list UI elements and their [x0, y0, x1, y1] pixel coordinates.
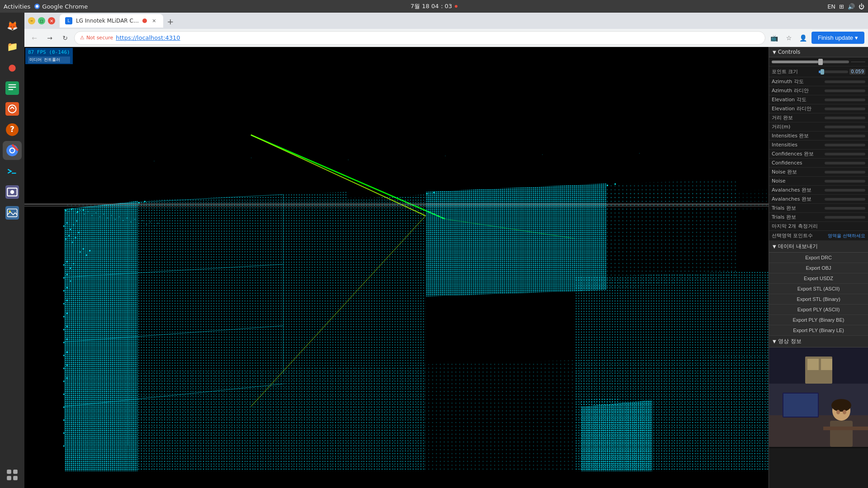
control-row-top-slider [769, 57, 868, 66]
svg-rect-130 [807, 359, 819, 370]
point-size-slider[interactable] [819, 70, 848, 73]
noise-slider[interactable] [825, 180, 865, 183]
url-text[interactable]: https://localhost:4310 [116, 34, 180, 41]
profile-button[interactable]: 👤 [797, 32, 810, 44]
url-bar[interactable]: ⚠ Not secure https://localhost:4310 [74, 31, 765, 45]
sidebar-icon-help[interactable]: ? [3, 120, 22, 139]
bookmark-button[interactable]: ☆ [783, 32, 795, 44]
export-ply-binary-le-button[interactable]: Export PLY (Binary LE) [769, 325, 868, 336]
svg-rect-119 [154, 161, 154, 161]
export-stl-ascii-button[interactable]: Export STL (ASCII) [769, 284, 868, 294]
browser-title-bar: － □ ✕ L LG Innotek MLiDAR C… ✕ + [24, 13, 868, 29]
export-drc-button[interactable]: Export DRC [769, 253, 868, 263]
address-bar: ← → ↻ ⚠ Not secure https://localhost:431… [24, 29, 868, 47]
svg-point-12 [10, 149, 14, 153]
elevation-radian-slider[interactable] [825, 108, 865, 110]
export-header[interactable]: ▼ 데이터 내보내기 [769, 241, 868, 253]
azimuth-radian-slider[interactable] [825, 89, 865, 92]
sidebar-icon-chrome[interactable] [3, 141, 22, 160]
activities-button[interactable]: Activities [4, 3, 30, 10]
svg-rect-122 [445, 155, 445, 156]
lidar-view[interactable]: 87 FPS (0-146) 미디어 컨트롤러 [24, 47, 769, 488]
cast-button[interactable]: 📺 [768, 32, 781, 44]
control-row-noise-range: Noise 완보 [769, 168, 868, 177]
azimuth-radian-label: Azimuth 라디안 [772, 87, 825, 94]
export-ply-binary-be-button[interactable]: Export PLY (Binary BE) [769, 315, 868, 325]
azimuth-angle-slider[interactable] [825, 80, 865, 83]
svg-rect-123 [542, 155, 542, 155]
sidebar-icon-grid[interactable] [3, 465, 22, 484]
video-section [769, 347, 868, 448]
close-button[interactable]: ✕ [48, 17, 55, 24]
export-usdz-button[interactable]: Export USDZ [769, 273, 868, 284]
forward-button[interactable]: → [43, 32, 56, 44]
video-header[interactable]: ▼ 영상 정보 [769, 336, 868, 347]
control-row-distance-m: 거리(m) [769, 122, 868, 131]
finish-update-button[interactable]: Finish update ▾ [811, 32, 864, 44]
export-chevron: ▼ [773, 244, 776, 249]
sidebar-icon-image[interactable] [3, 203, 22, 222]
export-section: Export DRC Export OBJ Export USDZ Export… [769, 253, 868, 336]
avalanches-range-slider[interactable] [825, 189, 865, 192]
window-controls: － □ ✕ [28, 17, 55, 24]
active-tab[interactable]: L LG Innotek MLiDAR C… ✕ [60, 14, 163, 28]
svg-rect-70 [63, 446, 65, 447]
sidebar-icon-appstore[interactable] [3, 99, 22, 118]
sidebar-icon-screenshot[interactable] [3, 183, 22, 202]
select-area-link[interactable]: 영역을 선택하세요 [828, 233, 865, 239]
top-slider-value [851, 61, 865, 62]
controls-section: 포인트 크기 0.059 Azimuth 각도 [769, 57, 868, 241]
export-stl-binary-button[interactable]: Export STL (Binary) [769, 294, 868, 305]
svg-point-20 [9, 211, 11, 212]
back-button[interactable]: ← [28, 32, 41, 44]
chrome-icon-top [34, 3, 40, 9]
not-secure-indicator: ⚠ Not secure [80, 35, 113, 41]
new-tab-button[interactable]: + [164, 15, 177, 28]
svg-text:?: ? [10, 125, 14, 134]
confidences-slider[interactable] [825, 162, 865, 164]
point-size-value: 0.059 [849, 69, 865, 75]
network-icon: ⊞ [839, 3, 844, 10]
trials-range2-slider[interactable] [825, 216, 865, 219]
avalanches-range2-label: Avalanches 완보 [772, 196, 825, 202]
reload-button[interactable]: ↻ [59, 32, 71, 44]
maximize-button[interactable]: □ [38, 17, 45, 24]
svg-rect-6 [5, 102, 19, 116]
sidebar-icon-firefox[interactable]: 🦊 [3, 16, 22, 35]
sidebar-icon-files[interactable]: 📁 [3, 37, 22, 56]
trials-range-slider[interactable] [825, 207, 865, 210]
svg-rect-115 [614, 183, 616, 185]
export-ply-ascii-button[interactable]: Export PLY (ASCII) [769, 305, 868, 315]
video-feed [769, 347, 868, 447]
finish-update-chevron: ▾ [855, 34, 858, 41]
svg-rect-3 [8, 84, 16, 85]
control-row-trials-range2: Trials 완보 [769, 213, 868, 222]
control-row-distance-range: 거리 완보 [769, 113, 868, 122]
distance-m-slider[interactable] [825, 126, 865, 128]
controls-header[interactable]: ▼ Controls [769, 47, 868, 57]
distance-m-label: 거리(m) [772, 123, 825, 130]
minimize-button[interactable]: － [28, 17, 35, 24]
svg-rect-2 [5, 81, 19, 95]
export-obj-button[interactable]: Export OBJ [769, 263, 868, 273]
tab-close-button[interactable]: ✕ [151, 17, 158, 24]
avalanches-range2-slider[interactable] [825, 198, 865, 201]
svg-rect-106 [65, 210, 66, 211]
svg-point-137 [831, 399, 851, 412]
elevation-angle-slider[interactable] [825, 99, 865, 101]
intensities-slider[interactable] [825, 144, 865, 146]
distance-range-slider[interactable] [825, 117, 865, 119]
noise-range-slider[interactable] [825, 171, 865, 174]
sidebar-icon-libreoffice[interactable] [3, 79, 22, 98]
fps-overlay: 87 FPS (0-146) 미디어 컨트롤러 [25, 48, 73, 64]
controls-chevron: ▼ [773, 50, 776, 55]
control-row-intensities: Intensities [769, 141, 868, 150]
sidebar-icon-pulse[interactable]: ● [3, 58, 22, 77]
confidences-range-slider[interactable] [825, 153, 865, 155]
last-distance-label: 마지막 2개 측정거리 [772, 223, 865, 230]
svg-point-139 [843, 410, 846, 414]
intensities-range-slider[interactable] [825, 135, 865, 137]
sidebar-icon-terminal[interactable] [3, 162, 22, 181]
control-row-confidences-range: Confidences 완보 [769, 150, 868, 159]
svg-rect-120 [251, 158, 251, 158]
